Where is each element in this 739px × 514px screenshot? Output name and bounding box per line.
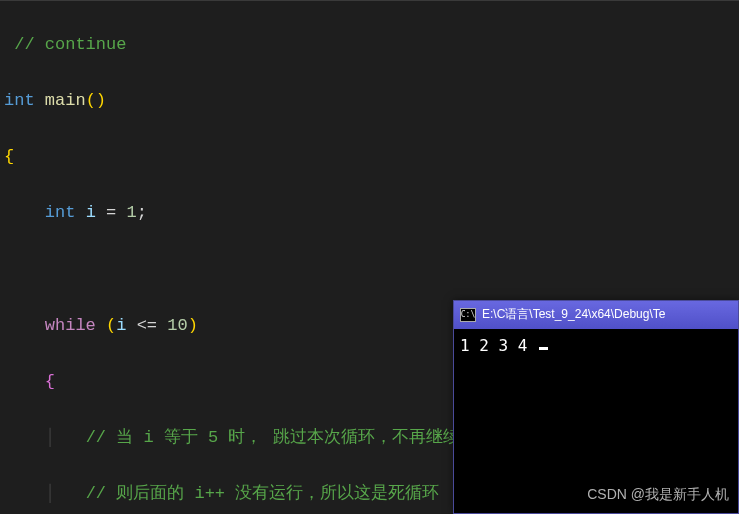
comment: // continue xyxy=(14,35,126,54)
code-line: // continue xyxy=(0,31,739,59)
console-icon: C:\ xyxy=(460,308,476,322)
cursor-icon xyxy=(539,347,548,350)
console-window[interactable]: C:\ E:\C语言\Test_9_24\x64\Debug\Te 1 2 3 … xyxy=(453,300,739,514)
code-line xyxy=(0,255,739,283)
console-titlebar[interactable]: C:\ E:\C语言\Test_9_24\x64\Debug\Te xyxy=(454,301,738,329)
code-line: { xyxy=(0,143,739,171)
code-line: int main() xyxy=(0,87,739,115)
console-output[interactable]: 1 2 3 4 xyxy=(454,329,738,513)
code-line: int i = 1; xyxy=(0,199,739,227)
console-title: E:\C语言\Test_9_24\x64\Debug\Te xyxy=(482,305,665,325)
